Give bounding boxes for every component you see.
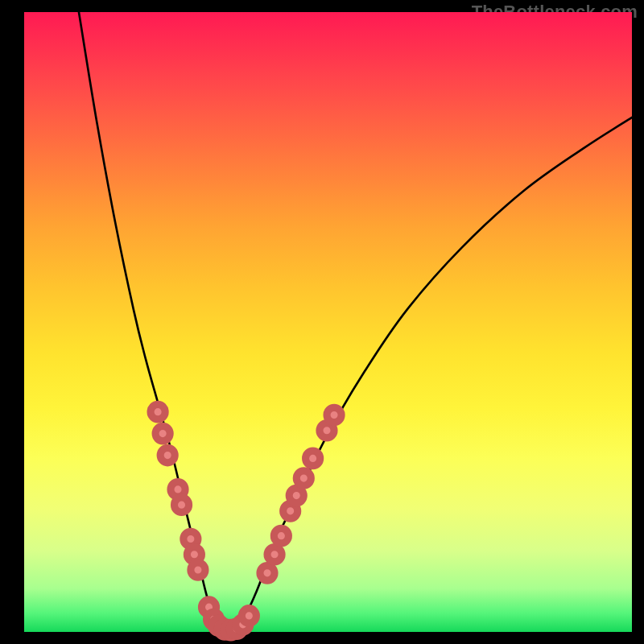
data-dot — [296, 471, 311, 485]
curve-svg — [24, 12, 632, 632]
data-dot — [229, 621, 244, 636]
plot-area — [24, 12, 632, 632]
data-dot — [151, 404, 165, 419]
data-dot — [212, 618, 226, 633]
data-dot — [236, 617, 250, 632]
data-dot — [306, 451, 320, 465]
data-dot — [207, 612, 221, 626]
data-dot — [155, 426, 170, 440]
data-dot — [160, 448, 175, 462]
data-dot — [174, 497, 188, 512]
data-dot — [191, 563, 205, 577]
data-dot — [187, 547, 201, 562]
scatter-dots — [151, 404, 341, 638]
chart-stage: TheBottleneck.com — [0, 0, 644, 644]
data-dot — [242, 609, 256, 623]
data-dot — [201, 600, 216, 614]
data-dot — [267, 547, 282, 562]
data-dot — [289, 488, 303, 502]
data-dot — [171, 482, 185, 497]
data-dot — [217, 622, 232, 637]
left-curve — [79, 12, 219, 625]
data-dot — [283, 504, 298, 518]
data-dot — [320, 423, 334, 438]
data-dot — [224, 622, 238, 637]
right-curve — [225, 118, 632, 633]
data-dot — [327, 407, 341, 422]
data-dot — [260, 566, 275, 580]
data-dot — [274, 528, 288, 543]
data-dot — [184, 531, 198, 546]
